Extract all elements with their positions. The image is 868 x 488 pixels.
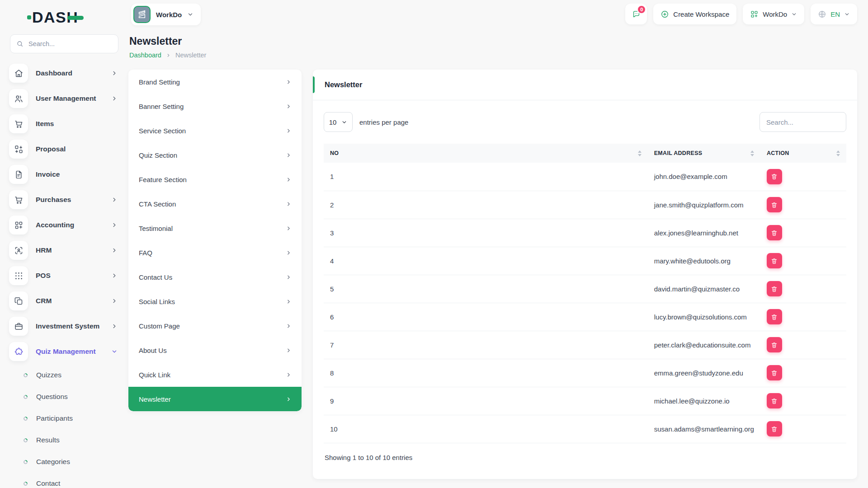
app-logo[interactable]: DASH [9, 5, 128, 29]
row-action [760, 359, 846, 387]
table-row: 9 michael.lee@quizzone.io [324, 387, 846, 415]
bullet-icon [23, 394, 28, 400]
sidebar-item[interactable]: Dashboard [9, 61, 128, 86]
row-action [760, 331, 846, 359]
row-number: 7 [324, 331, 648, 359]
sidebar-item-label: User Management [36, 94, 104, 103]
sidebar-sub-item[interactable]: Participants [9, 408, 128, 429]
delete-button[interactable] [767, 169, 782, 184]
settings-menu-item[interactable]: CTA Section [128, 192, 302, 216]
column-header[interactable]: NO [324, 144, 648, 163]
settings-menu-item[interactable]: About Us [128, 338, 302, 362]
column-header[interactable]: EMAIL ADDRESS [648, 144, 760, 163]
sidebar-item[interactable]: HRM [9, 238, 128, 263]
table-row: 3 alex.jones@learninghub.net [324, 219, 846, 247]
settings-menu-item-label: Contact Us [139, 273, 172, 281]
settings-menu-item[interactable]: Quick Link [128, 362, 302, 387]
settings-menu-item[interactable]: FAQ [128, 240, 302, 265]
messages-button[interactable]: 0 [625, 4, 647, 24]
settings-menu-item[interactable]: Banner Setting [128, 94, 302, 118]
sidebar-sub-item[interactable]: Quizzes [9, 364, 128, 386]
bullet-icon [23, 481, 28, 487]
sort-icon [638, 150, 642, 156]
sidebar-sub-item[interactable]: Questions [9, 386, 128, 408]
sidebar-sub-item[interactable]: Categories [9, 451, 128, 473]
language-label: EN [830, 10, 840, 18]
trash-icon [771, 230, 778, 236]
sidebar-item[interactable]: Accounting [9, 212, 128, 238]
globe-icon [818, 10, 826, 19]
sidebar-item[interactable]: Purchases [9, 187, 128, 212]
table-row: 1 john.doe@example.com [324, 163, 846, 191]
chevron-right-icon [286, 152, 292, 158]
sidebar-item[interactable]: Investment System [9, 314, 128, 339]
sidebar-sub-item-label: Quizzes [36, 371, 61, 379]
sidebar-sub-item-label: Results [36, 436, 60, 444]
settings-menu-item-label: Newsletter [139, 395, 171, 403]
settings-menu-item[interactable]: Custom Page [128, 314, 302, 338]
delete-button[interactable] [767, 393, 782, 408]
cart-icon [9, 190, 28, 209]
bullet-icon [23, 459, 28, 465]
sidebar-item[interactable]: Quiz Management [9, 339, 128, 364]
main-area: WorkDo 0 Create Workspace WorkDo [128, 0, 868, 488]
table-row: 4 mary.white@edutools.org [324, 247, 846, 275]
delete-button[interactable] [767, 253, 782, 268]
breadcrumb-dashboard-link[interactable]: Dashboard [129, 52, 161, 59]
delete-button[interactable] [767, 421, 782, 436]
sidebar-item[interactable]: User Management [9, 86, 128, 111]
sidebar-item[interactable]: CRM [9, 288, 128, 314]
sidebar-item[interactable]: POS [9, 263, 128, 288]
settings-menu-item[interactable]: Social Links [128, 289, 302, 314]
card-header: Newsletter [313, 70, 857, 100]
language-selector[interactable]: EN [811, 4, 857, 24]
delete-button[interactable] [767, 281, 782, 296]
row-action [760, 219, 846, 247]
page-title: Newsletter [129, 35, 857, 47]
create-workspace-button[interactable]: Create Workspace [653, 4, 736, 24]
column-header-label: NO [330, 150, 339, 156]
sidebar-sub-item[interactable]: Results [9, 429, 128, 451]
sidebar-item-label: CRM [36, 297, 104, 305]
delete-button[interactable] [767, 309, 782, 324]
workdo-menu-button[interactable]: WorkDo [743, 4, 804, 24]
workspace-selector[interactable]: WorkDo [131, 4, 201, 25]
entries-per-page-select[interactable]: 10 [324, 112, 353, 132]
search-input[interactable] [28, 40, 112, 48]
settings-menu-item-label: Testimonial [139, 225, 173, 232]
sidebar-sub-item-label: Questions [36, 393, 68, 401]
delete-button[interactable] [767, 337, 782, 352]
delete-button[interactable] [767, 365, 782, 380]
chevron-right-icon [111, 95, 118, 102]
chevron-down-icon [111, 348, 118, 355]
settings-menu-item[interactable]: Brand Setting [128, 70, 302, 94]
entries-per-page-value: 10 [329, 118, 337, 126]
cart-icon [9, 114, 28, 133]
settings-menu-item[interactable]: Service Section [128, 118, 302, 143]
settings-menu-item[interactable]: Testimonial [128, 216, 302, 240]
settings-menu-item[interactable]: Quiz Section [128, 143, 302, 167]
delete-button[interactable] [767, 225, 782, 240]
column-header[interactable]: ACTION [760, 144, 846, 163]
delete-button[interactable] [767, 197, 782, 212]
sidebar-sub-item-label: Contact [36, 479, 60, 488]
sidebar-item[interactable]: Items [9, 111, 128, 136]
chevron-right-icon [286, 79, 292, 85]
trash-icon [771, 258, 778, 264]
settings-menu-item-label: Service Section [139, 127, 186, 135]
row-email: mary.white@edutools.org [648, 247, 760, 275]
settings-menu-item[interactable]: Newsletter [128, 387, 302, 411]
table-search-input[interactable] [760, 112, 846, 132]
sidebar-item[interactable]: Proposal [9, 136, 128, 162]
sidebar-item-label: Proposal [36, 145, 118, 153]
settings-menu-item[interactable]: Feature Section [128, 167, 302, 192]
settings-menu-item[interactable]: Contact Us [128, 265, 302, 289]
row-number: 10 [324, 415, 648, 443]
sidebar-item[interactable]: Invoice [9, 162, 128, 187]
sidebar-item-label: Investment System [36, 322, 104, 330]
app-root: DASH Dashboard User Management [0, 0, 868, 488]
sidebar-sub-item[interactable]: Contact [9, 473, 128, 488]
create-workspace-label: Create Workspace [673, 10, 729, 18]
sidebar-sub-item-label: Participants [36, 414, 73, 422]
table-row: 10 susan.adams@smartlearning.org [324, 415, 846, 443]
